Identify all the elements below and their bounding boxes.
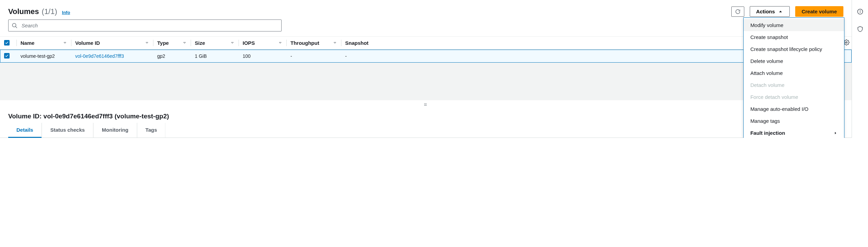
actions-menu-item[interactable]: Manage tags <box>744 115 844 127</box>
search-container <box>8 20 282 31</box>
cell-snapshot: - <box>341 50 389 63</box>
sort-icon <box>63 41 67 45</box>
tab-tags[interactable]: Tags <box>137 123 166 138</box>
col-id-label: Volume ID <box>75 40 100 46</box>
col-size[interactable]: Size <box>191 37 239 50</box>
actions-menu-item[interactable]: Create snapshot <box>744 31 844 43</box>
info-link[interactable]: Info <box>62 10 70 15</box>
row-checkbox[interactable] <box>4 53 10 58</box>
page-title: Volumes (1/1) Info <box>8 7 70 16</box>
col-snapshot[interactable]: Snapshot <box>341 37 389 50</box>
actions-dropdown: Modify volumeCreate snapshotCreate snaps… <box>743 17 844 138</box>
tab-monitoring[interactable]: Monitoring <box>93 123 137 138</box>
cell-type: gp2 <box>153 50 191 63</box>
actions-menu-item: Detach volume <box>744 79 844 91</box>
col-throughput[interactable]: Throughput <box>286 37 341 50</box>
actions-menu-item-label: Manage tags <box>750 118 780 124</box>
actions-menu-item[interactable]: Manage auto-enabled I/O <box>744 103 844 115</box>
sort-icon <box>278 41 282 45</box>
actions-menu-item-label: Modify volume <box>750 22 784 28</box>
cell-name: volume-test-gp2 <box>16 50 71 63</box>
selection-count: (1/1) <box>42 7 57 16</box>
sort-icon <box>333 41 337 45</box>
shield-icon <box>857 26 864 32</box>
cell-throughput: - <box>286 50 341 63</box>
create-volume-button[interactable]: Create volume <box>795 6 843 17</box>
actions-menu-item-label: Detach volume <box>750 82 785 88</box>
actions-menu-item-label: Fault injection <box>750 130 785 136</box>
security-panel-button[interactable] <box>857 26 864 34</box>
col-type-label: Type <box>157 40 169 46</box>
cell-volume-id-link[interactable]: vol-0e9d7e6146ed7fff3 <box>75 53 124 59</box>
svg-line-1 <box>15 26 17 28</box>
tab-details[interactable]: Details <box>8 123 42 138</box>
details-title: Volume ID: vol-0e9d7e6146ed7fff3 (volume… <box>8 113 169 120</box>
cell-size: 1 GiB <box>191 50 239 63</box>
actions-menu-item-label: Create snapshot lifecycle policy <box>750 46 822 52</box>
volumes-table: Name Volume ID Type Size IOPS Throughput… <box>0 36 852 100</box>
svg-point-0 <box>12 23 16 27</box>
col-iops[interactable]: IOPS <box>239 37 286 50</box>
col-name-label: Name <box>21 40 35 46</box>
refresh-button[interactable] <box>731 6 744 17</box>
sort-icon <box>182 41 187 45</box>
tab-status-checks[interactable]: Status checks <box>42 123 93 138</box>
actions-button[interactable]: Actions <box>750 6 790 17</box>
sort-icon <box>145 41 149 45</box>
actions-menu-item-label: Force detach volume <box>750 94 798 100</box>
col-thr-label: Throughput <box>290 40 319 46</box>
col-snap-label: Snapshot <box>345 40 368 46</box>
actions-menu-item-label: Manage auto-enabled I/O <box>750 106 809 112</box>
chevron-right-icon <box>834 131 837 135</box>
col-size-label: Size <box>195 40 205 46</box>
col-name[interactable]: Name <box>16 37 71 50</box>
sort-icon <box>230 41 234 45</box>
title-text: Volumes <box>8 7 39 16</box>
actions-menu-item: Force detach volume <box>744 91 844 103</box>
cell-iops: 100 <box>239 50 286 63</box>
actions-label: Actions <box>756 9 775 14</box>
col-iops-label: IOPS <box>243 40 255 46</box>
col-volume-id[interactable]: Volume ID <box>71 37 153 50</box>
details-tabs: DetailsStatus checksMonitoringTags <box>0 123 852 138</box>
select-all-checkbox[interactable] <box>4 40 10 46</box>
info-panel-button[interactable] <box>857 8 864 16</box>
col-type[interactable]: Type <box>153 37 191 50</box>
search-icon <box>12 23 18 29</box>
actions-menu-item-label: Delete volume <box>750 58 783 64</box>
refresh-icon <box>735 9 741 14</box>
svg-point-7 <box>860 10 860 11</box>
search-input[interactable] <box>8 20 282 31</box>
info-circle-icon <box>857 8 864 15</box>
actions-menu-item-label: Create snapshot <box>750 34 788 40</box>
table-row[interactable]: volume-test-gp2 vol-0e9d7e6146ed7fff3 gp… <box>0 50 852 63</box>
actions-menu-item[interactable]: Create snapshot lifecycle policy <box>744 43 844 55</box>
actions-menu-item[interactable]: Attach volume <box>744 67 844 79</box>
actions-menu-item[interactable]: Fault injection <box>744 127 844 138</box>
actions-menu-item[interactable]: Modify volume <box>744 19 844 31</box>
create-volume-label: Create volume <box>802 9 837 14</box>
right-rail <box>852 0 868 138</box>
select-all-header[interactable] <box>0 37 16 50</box>
panel-resize-handle[interactable]: = <box>0 100 852 109</box>
actions-menu-item[interactable]: Delete volume <box>744 55 844 67</box>
actions-menu-item-label: Attach volume <box>750 70 783 76</box>
table-empty-space <box>0 63 852 100</box>
caret-up-icon <box>778 9 783 14</box>
